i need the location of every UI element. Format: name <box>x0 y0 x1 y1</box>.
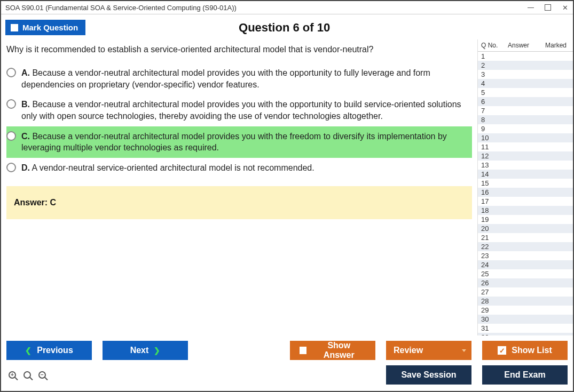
show-list-button[interactable]: ✓ Show List <box>482 341 568 360</box>
sidebar-row-qno: 7 <box>481 107 508 115</box>
option-body: A vendor-neutral service-oriented archit… <box>30 163 314 172</box>
next-button[interactable]: Next ❯ <box>103 341 188 360</box>
sidebar-row[interactable]: 6 <box>478 97 573 106</box>
sidebar-row[interactable]: 23 <box>478 251 573 260</box>
sidebar-row[interactable]: 18 <box>478 206 573 215</box>
sidebar-row-qno: 15 <box>481 179 508 187</box>
sidebar-row[interactable]: 13 <box>478 161 573 170</box>
option-a[interactable]: A. Because a vendor-neutral architectura… <box>6 63 472 94</box>
sidebar: Q No. Answer Marked 12345678910111213141… <box>477 39 573 335</box>
minimize-icon[interactable] <box>527 4 534 11</box>
option-d[interactable]: D. A vendor-neutral service-oriented arc… <box>6 158 472 178</box>
sidebar-row[interactable]: 21 <box>478 233 573 242</box>
radio-icon <box>6 68 16 77</box>
maximize-icon[interactable] <box>544 4 552 11</box>
sidebar-row[interactable]: 27 <box>478 287 573 297</box>
chevron-left-icon: ❮ <box>25 346 32 355</box>
show-answer-button[interactable]: Show Answer <box>290 341 375 360</box>
sidebar-row[interactable]: 10 <box>478 133 573 142</box>
sidebar-row[interactable]: 14 <box>478 170 573 179</box>
option-letter: D. <box>21 163 30 172</box>
sidebar-row-qno: 11 <box>481 143 508 151</box>
sidebar-row-qno: 8 <box>481 116 508 124</box>
end-exam-label: End Exam <box>504 370 545 380</box>
option-letter: B. <box>21 100 30 109</box>
radio-icon <box>6 163 16 172</box>
save-session-button[interactable]: Save Session <box>386 365 471 385</box>
footer-row-1: ❮ Previous Next ❯ Show Answer Review ✓ S… <box>6 341 568 360</box>
sidebar-row-qno: 16 <box>481 188 508 196</box>
sidebar-row-qno: 4 <box>481 79 508 87</box>
sidebar-row-qno: 9 <box>481 125 508 133</box>
window-title: SOA S90.01 (Fundamental SOA & Service-Or… <box>5 4 527 12</box>
sidebar-header-qno: Q No. <box>481 42 508 49</box>
sidebar-row-qno: 23 <box>481 252 508 260</box>
sidebar-row-qno: 29 <box>481 306 508 314</box>
review-button[interactable]: Review <box>386 341 471 360</box>
option-c[interactable]: C. Because a vendor-neutral architectura… <box>6 126 472 158</box>
sidebar-row[interactable]: 31 <box>478 324 573 333</box>
sidebar-row-qno: 5 <box>481 89 508 97</box>
sidebar-row[interactable]: 30 <box>478 315 573 324</box>
sidebar-row[interactable]: 17 <box>478 197 573 206</box>
sidebar-row-qno: 18 <box>481 206 508 214</box>
sidebar-row-qno: 24 <box>481 261 508 269</box>
sidebar-row-qno: 20 <box>481 225 508 233</box>
option-text: C. Because a vendor-neutral architectura… <box>21 126 472 158</box>
zoom-out-icon[interactable]: − <box>36 369 48 381</box>
review-label: Review <box>394 346 423 355</box>
sidebar-list[interactable]: 1234567891011121314151617181920212223242… <box>478 52 573 335</box>
footer: ❮ Previous Next ❯ Show Answer Review ✓ S… <box>1 335 573 391</box>
close-icon[interactable] <box>561 4 569 11</box>
show-list-label: Show List <box>512 346 552 355</box>
sidebar-row-qno: 31 <box>481 324 508 332</box>
caret-down-icon <box>462 349 466 352</box>
sidebar-row[interactable]: 28 <box>478 297 573 306</box>
end-exam-button[interactable]: End Exam <box>482 365 568 385</box>
checkbox-icon <box>11 24 18 31</box>
sidebar-row[interactable]: 4 <box>478 79 573 88</box>
option-letter: C. <box>21 132 30 141</box>
option-b[interactable]: B. Because a vendor-neutral architectura… <box>6 94 472 126</box>
option-body: Because a vendor-neutral architectural m… <box>21 68 430 89</box>
sidebar-row[interactable]: 15 <box>478 179 573 188</box>
options-list: A. Because a vendor-neutral architectura… <box>6 63 472 178</box>
option-text: B. Because a vendor-neutral architectura… <box>21 94 472 126</box>
sidebar-row[interactable]: 8 <box>478 115 573 124</box>
sidebar-row-qno: 25 <box>481 270 508 278</box>
sidebar-row[interactable]: 2 <box>478 61 573 70</box>
sidebar-row[interactable]: 11 <box>478 142 573 151</box>
sidebar-row-qno: 22 <box>481 243 508 251</box>
sidebar-row[interactable]: 9 <box>478 124 573 133</box>
sidebar-row-qno: 3 <box>481 70 508 78</box>
show-answer-label: Show Answer <box>312 341 366 360</box>
sidebar-row[interactable]: 3 <box>478 70 573 79</box>
sidebar-row[interactable]: 29 <box>478 306 573 315</box>
sidebar-row[interactable]: 19 <box>478 215 573 224</box>
sidebar-row[interactable]: 24 <box>478 260 573 269</box>
answer-box: Answer: C <box>6 186 472 219</box>
option-body: Because a vendor-neutral architectural m… <box>21 100 461 121</box>
zoom-in-icon[interactable]: + <box>6 369 18 381</box>
sidebar-row[interactable]: 25 <box>478 269 573 278</box>
radio-icon <box>6 99 16 109</box>
sidebar-row[interactable]: 16 <box>478 188 573 197</box>
sidebar-row[interactable]: 22 <box>478 242 573 251</box>
zoom-reset-icon[interactable] <box>21 369 33 381</box>
sidebar-row[interactable]: 26 <box>478 278 573 287</box>
sidebar-row[interactable]: 1 <box>478 52 573 61</box>
footer-row-2: + − Save Session End Exam <box>6 365 568 385</box>
sidebar-row[interactable]: 7 <box>478 106 573 115</box>
sidebar-row[interactable]: 5 <box>478 88 573 97</box>
sidebar-row[interactable]: 20 <box>478 224 573 233</box>
sidebar-row[interactable]: 12 <box>478 151 573 161</box>
mark-question-button[interactable]: Mark Question <box>5 20 85 35</box>
sidebar-row-qno: 14 <box>481 170 508 178</box>
titlebar: SOA S90.01 (Fundamental SOA & Service-Or… <box>1 1 573 14</box>
sidebar-row-qno: 2 <box>481 61 508 69</box>
sidebar-header-answer: Answer <box>508 42 545 49</box>
previous-button[interactable]: ❮ Previous <box>6 341 92 360</box>
question-text: Why is it recommended to establish a ser… <box>6 43 472 54</box>
sidebar-row-qno: 26 <box>481 279 508 287</box>
mark-question-label: Mark Question <box>22 23 78 32</box>
